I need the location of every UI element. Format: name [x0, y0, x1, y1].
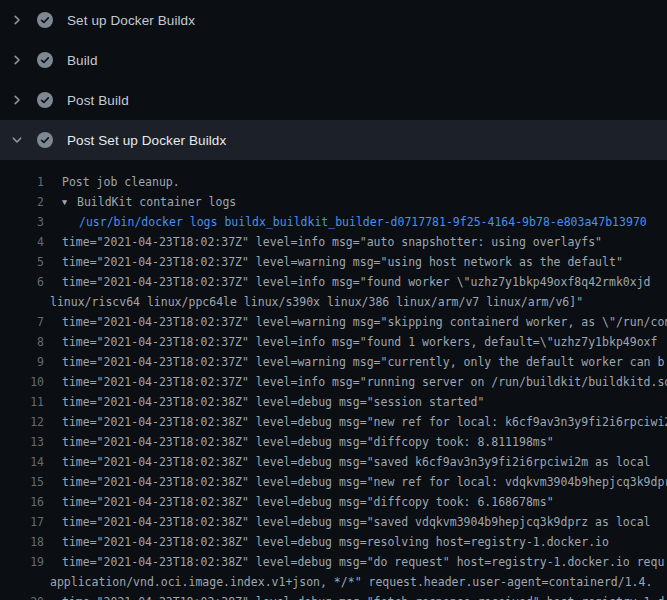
- log-line: 11 ▼ time="2021-04-23T18:02:38Z" level=d…: [0, 392, 667, 412]
- line-number[interactable]: 1: [0, 172, 44, 192]
- line-number[interactable]: 4: [0, 232, 44, 252]
- line-text: time="2021-04-23T18:02:37Z" level=info m…: [62, 372, 667, 392]
- line-number[interactable]: 3: [0, 212, 44, 232]
- log-line: 20 ▼ time="2021-04-23T18:02:38Z" level=d…: [0, 592, 667, 600]
- log-panel: 1 ▼ Post job cleanup. 2 ▼ BuildKit conta…: [0, 160, 667, 600]
- step-title: Post Set up Docker Buildx: [67, 133, 226, 148]
- log-line: ▼ linux/riscv64 linux/ppc64le linux/s390…: [0, 292, 667, 312]
- line-text: time="2021-04-23T18:02:38Z" level=debug …: [62, 492, 554, 512]
- log-line: 18 ▼ time="2021-04-23T18:02:38Z" level=d…: [0, 532, 667, 552]
- check-circle-icon: [37, 92, 53, 108]
- line-text: time="2021-04-23T18:02:38Z" level=debug …: [62, 452, 651, 472]
- line-number[interactable]: [0, 292, 44, 312]
- chevron-right-icon: [11, 54, 23, 66]
- line-text: application/vnd.oci.image.index.v1+json,…: [50, 572, 652, 592]
- log-line: 16 ▼ time="2021-04-23T18:02:38Z" level=d…: [0, 492, 667, 512]
- step-header[interactable]: Set up Docker Buildx: [0, 0, 667, 40]
- log-line: 1 ▼ Post job cleanup.: [0, 172, 667, 192]
- line-text: time="2021-04-23T18:02:38Z" level=debug …: [62, 472, 667, 492]
- line-text: time="2021-04-23T18:02:37Z" level=info m…: [62, 272, 651, 292]
- line-text: time="2021-04-23T18:02:38Z" level=debug …: [62, 392, 484, 412]
- line-text: time="2021-04-23T18:02:38Z" level=debug …: [62, 552, 664, 572]
- line-text: Post job cleanup.: [62, 172, 180, 192]
- line-text: time="2021-04-23T18:02:37Z" level=warnin…: [62, 352, 664, 372]
- line-number[interactable]: 15: [0, 472, 44, 492]
- check-circle-icon: [37, 12, 53, 28]
- line-number[interactable]: 5: [0, 252, 44, 272]
- line-text: time="2021-04-23T18:02:37Z" level=warnin…: [62, 312, 667, 332]
- chevron-right-icon: [11, 14, 23, 26]
- check-circle-icon: [37, 52, 53, 68]
- log-rows: 1 ▼ Post job cleanup. 2 ▼ BuildKit conta…: [0, 172, 667, 600]
- line-text: time="2021-04-23T18:02:37Z" level=info m…: [62, 232, 602, 252]
- log-line: 2 ▼ BuildKit container logs: [0, 192, 667, 212]
- line-number[interactable]: 9: [0, 352, 44, 372]
- log-line: 14 ▼ time="2021-04-23T18:02:38Z" level=d…: [0, 452, 667, 472]
- log-line: 5 ▼ time="2021-04-23T18:02:37Z" level=wa…: [0, 252, 667, 272]
- log-line: 15 ▼ time="2021-04-23T18:02:38Z" level=d…: [0, 472, 667, 492]
- log-line: 19 ▼ time="2021-04-23T18:02:38Z" level=d…: [0, 552, 667, 572]
- line-number[interactable]: 11: [0, 392, 44, 412]
- workflow-log-viewer: Set up Docker Buildx Build: [0, 0, 667, 600]
- line-text: BuildKit container logs: [77, 192, 236, 212]
- step-title: Post Build: [67, 93, 129, 108]
- line-number[interactable]: 10: [0, 372, 44, 392]
- steps-list: Set up Docker Buildx Build: [0, 0, 667, 160]
- log-line: 8 ▼ time="2021-04-23T18:02:37Z" level=in…: [0, 332, 667, 352]
- chevron-right-icon: [11, 94, 23, 106]
- line-number[interactable]: 18: [0, 532, 44, 552]
- line-number[interactable]: [0, 572, 44, 592]
- line-number[interactable]: 8: [0, 332, 44, 352]
- line-text: time="2021-04-23T18:02:38Z" level=debug …: [62, 432, 554, 452]
- log-line: 6 ▼ time="2021-04-23T18:02:37Z" level=in…: [0, 272, 667, 292]
- log-line: 4 ▼ time="2021-04-23T18:02:37Z" level=in…: [0, 232, 667, 252]
- line-text: time="2021-04-23T18:02:38Z" level=debug …: [62, 412, 667, 432]
- line-text: time="2021-04-23T18:02:38Z" level=debug …: [62, 592, 664, 600]
- line-number[interactable]: 19: [0, 552, 44, 572]
- chevron-down-icon: [11, 134, 23, 146]
- step-header[interactable]: Post Set up Docker Buildx: [0, 120, 667, 160]
- line-number[interactable]: 2: [0, 192, 44, 212]
- step-header[interactable]: Build: [0, 40, 667, 80]
- line-number[interactable]: 14: [0, 452, 44, 472]
- step-title: Set up Docker Buildx: [67, 13, 195, 28]
- log-line: 9 ▼ time="2021-04-23T18:02:37Z" level=wa…: [0, 352, 667, 372]
- check-circle-icon: [37, 132, 53, 148]
- log-line: 3 ▼ /usr/bin/docker logs buildx_buildkit…: [0, 212, 667, 232]
- log-line: ▼ application/vnd.oci.image.index.v1+jso…: [0, 572, 667, 592]
- log-line: 17 ▼ time="2021-04-23T18:02:38Z" level=d…: [0, 512, 667, 532]
- step-title: Build: [67, 53, 98, 68]
- line-text: linux/riscv64 linux/ppc64le linux/s390x …: [50, 292, 583, 312]
- step-header[interactable]: Post Build: [0, 80, 667, 120]
- log-line: 7 ▼ time="2021-04-23T18:02:37Z" level=wa…: [0, 312, 667, 332]
- log-line: 13 ▼ time="2021-04-23T18:02:38Z" level=d…: [0, 432, 667, 452]
- line-text: time="2021-04-23T18:02:38Z" level=debug …: [62, 512, 651, 532]
- log-line: 10 ▼ time="2021-04-23T18:02:37Z" level=i…: [0, 372, 667, 392]
- line-text: time="2021-04-23T18:02:38Z" level=debug …: [62, 532, 609, 552]
- line-number[interactable]: 13: [0, 432, 44, 452]
- line-text: time="2021-04-23T18:02:37Z" level=info m…: [62, 332, 657, 352]
- line-text: /usr/bin/docker logs buildx_buildkit_bui…: [79, 212, 647, 232]
- group-toggle-icon[interactable]: ▼: [62, 192, 77, 212]
- line-number[interactable]: 7: [0, 312, 44, 332]
- line-number[interactable]: 6: [0, 272, 44, 292]
- line-text: time="2021-04-23T18:02:37Z" level=warnin…: [62, 252, 623, 272]
- line-number[interactable]: 12: [0, 412, 44, 432]
- line-number[interactable]: 16: [0, 492, 44, 512]
- log-line: 12 ▼ time="2021-04-23T18:02:38Z" level=d…: [0, 412, 667, 432]
- line-number[interactable]: 20: [0, 592, 44, 600]
- line-number[interactable]: 17: [0, 512, 44, 532]
